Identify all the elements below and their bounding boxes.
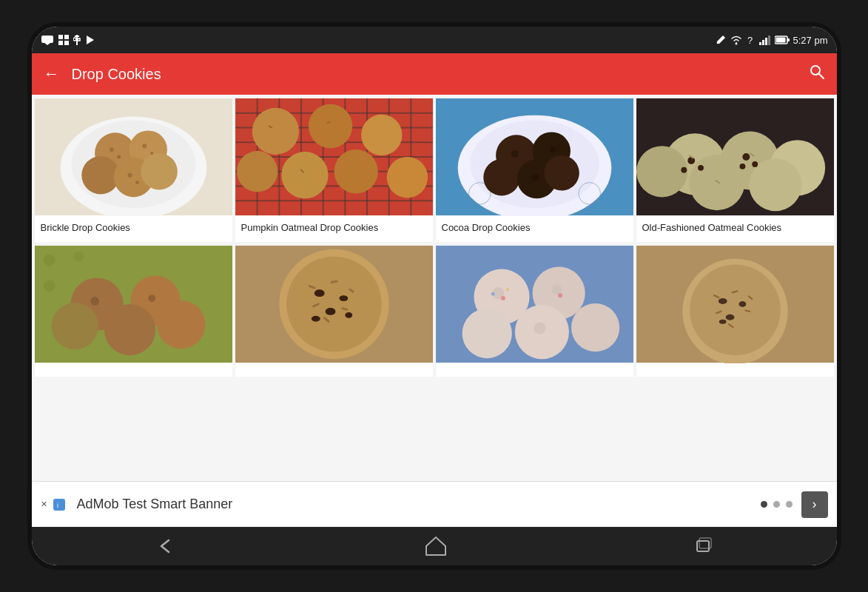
svg-point-142 <box>725 314 734 320</box>
svg-rect-5 <box>64 41 69 45</box>
search-icon <box>809 64 825 80</box>
svg-point-34 <box>142 144 147 148</box>
list-item[interactable]: Brickle Drop Cookies <box>35 98 232 242</box>
list-item[interactable]: Pumpkin Oatmeal Drop Cookies <box>235 98 433 242</box>
banner-ad: ✕ i AdMob Test Smart Banner › <box>32 481 837 527</box>
svg-point-126 <box>534 323 545 334</box>
navigation-bar <box>32 527 837 565</box>
page-indicators <box>761 501 793 508</box>
svg-rect-18 <box>768 36 770 45</box>
list-item[interactable] <box>636 245 834 377</box>
svg-point-121 <box>462 309 511 358</box>
status-bar: ? 5:27 pm <box>32 27 837 53</box>
svg-point-31 <box>141 153 177 189</box>
home-nav-button[interactable] <box>425 536 447 556</box>
ad-arrow-button[interactable]: › <box>801 491 828 518</box>
svg-rect-20 <box>787 38 790 41</box>
svg-rect-15 <box>759 42 761 45</box>
svg-point-101 <box>157 300 205 349</box>
svg-point-127 <box>501 296 505 300</box>
svg-point-87 <box>742 153 750 161</box>
svg-point-76 <box>531 174 539 181</box>
toolbar-title: Drop Cookies <box>72 66 809 83</box>
svg-marker-12 <box>717 36 725 44</box>
svg-point-130 <box>558 293 562 297</box>
svg-point-123 <box>571 303 619 352</box>
item-title <box>436 363 633 377</box>
svg-point-71 <box>483 159 519 195</box>
svg-point-37 <box>135 181 138 184</box>
wifi-icon <box>730 35 743 45</box>
svg-point-56 <box>361 115 402 155</box>
svg-rect-0 <box>41 36 53 43</box>
svg-point-32 <box>109 147 113 152</box>
item-image <box>636 98 834 216</box>
svg-rect-4 <box>58 41 63 45</box>
status-icons-right: ? 5:27 pm <box>716 35 828 46</box>
svg-point-99 <box>51 303 98 349</box>
back-button[interactable]: ← <box>44 64 60 84</box>
svg-point-133 <box>690 264 781 355</box>
ad-info-icon[interactable]: i <box>53 499 65 511</box>
dot-2 <box>773 501 780 508</box>
tablet-device: ? 5:27 pm ← Drop Cookies <box>27 22 841 570</box>
dot-3 <box>786 501 793 508</box>
recents-nav-icon <box>694 536 713 556</box>
svg-marker-145 <box>426 537 445 555</box>
message-icon <box>41 35 54 45</box>
svg-rect-9 <box>78 38 80 41</box>
item-image <box>636 245 834 363</box>
list-item[interactable] <box>436 245 633 377</box>
dot-1 <box>761 501 767 508</box>
item-image <box>35 98 232 216</box>
svg-point-95 <box>73 252 84 262</box>
svg-point-58 <box>281 152 328 198</box>
svg-point-94 <box>43 255 55 266</box>
usb-icon <box>73 35 81 45</box>
svg-rect-16 <box>762 40 764 45</box>
svg-point-117 <box>345 312 352 318</box>
play-icon <box>85 35 95 45</box>
svg-point-57 <box>236 151 277 192</box>
back-nav-button[interactable] <box>155 537 178 555</box>
svg-point-81 <box>636 146 687 197</box>
svg-point-103 <box>148 295 155 302</box>
svg-point-115 <box>325 308 335 315</box>
svg-text:?: ? <box>747 35 753 45</box>
screen: ? 5:27 pm ← Drop Cookies <box>32 27 837 565</box>
item-image <box>235 98 433 216</box>
toolbar: ← Drop Cookies <box>32 53 837 95</box>
svg-point-106 <box>286 257 382 352</box>
ad-close[interactable]: ✕ <box>41 500 47 509</box>
svg-point-140 <box>718 298 727 304</box>
svg-point-86 <box>681 167 687 173</box>
svg-point-33 <box>117 155 121 159</box>
svg-point-85 <box>698 165 704 171</box>
svg-marker-10 <box>87 36 94 44</box>
svg-rect-2 <box>58 35 63 39</box>
content-area: Brickle Drop Cookies <box>32 95 837 481</box>
grid-icon <box>58 35 69 45</box>
list-item[interactable]: Cocoa Drop Cookies <box>436 98 633 242</box>
battery-icon <box>775 35 790 45</box>
svg-point-129 <box>505 288 508 291</box>
list-item[interactable] <box>35 245 232 377</box>
svg-point-55 <box>308 104 351 148</box>
svg-point-22 <box>811 66 820 75</box>
svg-point-88 <box>752 161 758 167</box>
svg-point-143 <box>719 320 726 324</box>
search-button[interactable] <box>809 64 825 84</box>
svg-point-54 <box>252 108 298 155</box>
svg-text:i: i <box>57 502 58 508</box>
status-time: 5:27 pm <box>793 35 828 46</box>
recents-nav-button[interactable] <box>694 536 713 556</box>
back-nav-icon <box>155 537 178 555</box>
list-item[interactable] <box>235 245 433 377</box>
edit-icon <box>716 35 726 45</box>
svg-line-23 <box>819 74 824 78</box>
list-item[interactable]: Old-Fashioned Oatmeal Cookies <box>636 98 834 242</box>
question-icon: ? <box>747 35 756 45</box>
item-title: Cocoa Drop Cookies <box>436 216 633 242</box>
recipe-grid: Brickle Drop Cookies <box>35 98 834 377</box>
item-image <box>35 245 232 363</box>
